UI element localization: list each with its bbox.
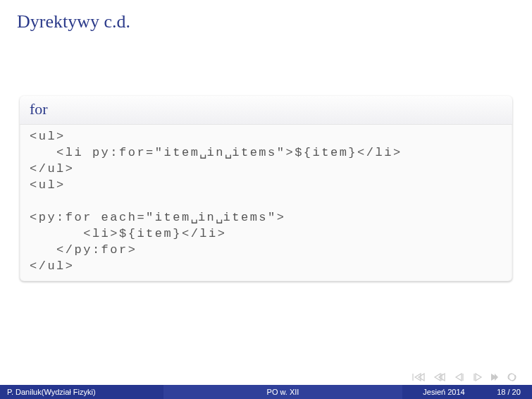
nav-end-icon[interactable] (491, 373, 498, 381)
footer-author: P. Daniluk(Wydział Fizyki) (0, 385, 163, 399)
footer-page: 18 / 20 (485, 385, 532, 399)
footer-center: PO w. XII (163, 385, 402, 399)
code-line: <li>${item}</li> (30, 227, 226, 240)
code-line: </ul> (30, 162, 75, 176)
nav-loop-icon[interactable] (507, 372, 521, 382)
slide-title: Dyrektywy c.d. (17, 11, 515, 32)
svg-marker-4 (456, 374, 462, 381)
svg-marker-6 (491, 374, 498, 381)
code-line: </ul> (30, 259, 75, 273)
block-body: <ul> <li py:for="item␣in␣items">${item}<… (20, 125, 512, 281)
footer: P. Daniluk(Wydział Fizyki) PO w. XII Jes… (0, 385, 532, 399)
footer-term: Jesień 2014 (402, 385, 485, 399)
nav-back-icon[interactable] (454, 373, 464, 381)
svg-marker-5 (476, 374, 481, 381)
code-block: for <ul> <li py:for="item␣in␣items">${it… (20, 96, 512, 281)
code-line: <py:for each="item␣in␣items"> (30, 211, 285, 224)
nav-first-icon[interactable] (412, 373, 425, 381)
code-line: <li py:for="item␣in␣items">${item}</li> (30, 146, 402, 159)
nav-prev-icon[interactable] (433, 373, 446, 381)
block-title: for (20, 96, 512, 125)
code-line: </py:for> (30, 243, 137, 257)
nav-icons (412, 372, 521, 382)
code-line: <ul> (30, 178, 66, 192)
code-line: <ul> (30, 130, 66, 143)
nav-forward-icon[interactable] (473, 373, 483, 381)
